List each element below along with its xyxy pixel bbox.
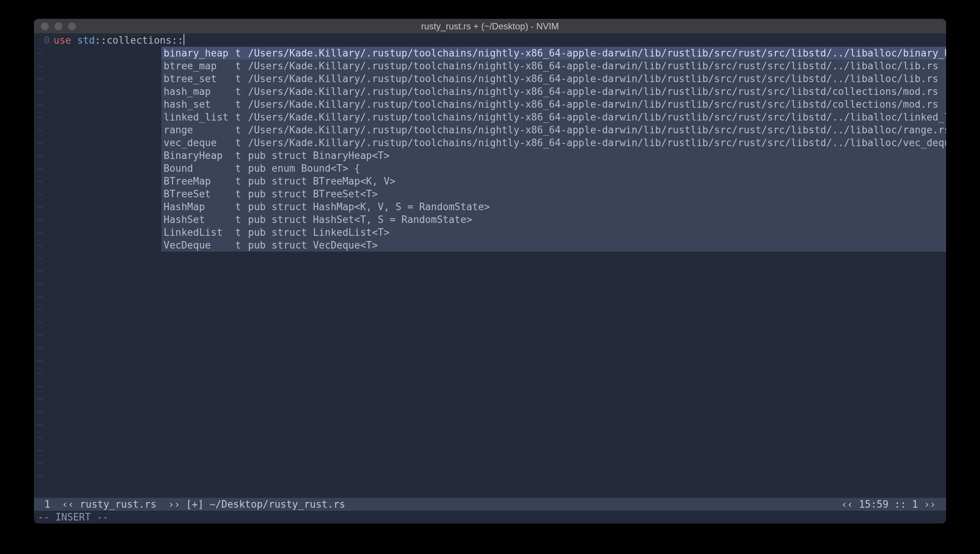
tilde-marker: ~ xyxy=(37,175,43,188)
titlebar[interactable]: rusty_rust.rs + (~/Desktop) - NVIM xyxy=(34,19,946,34)
completion-kind: t xyxy=(235,213,248,226)
tilde-marker: ~ xyxy=(37,136,43,149)
tilde-marker: ~ xyxy=(37,444,43,457)
tilde-marker: ~ xyxy=(37,341,43,354)
completion-item[interactable]: linked_listt/Users/Kade.Killary/.rustup/… xyxy=(161,111,946,124)
completion-item[interactable]: btree_sett/Users/Kade.Killary/.rustup/to… xyxy=(161,72,946,85)
completion-name: Bound xyxy=(164,162,235,175)
completion-detail: /Users/Kade.Killary/.rustup/toolchains/n… xyxy=(248,111,946,124)
completion-name: hash_map xyxy=(164,85,235,98)
tilde-marker: ~ xyxy=(37,201,43,213)
tilde-marker: ~ xyxy=(37,85,43,98)
window-title: rusty_rust.rs + (~/Desktop) - NVIM xyxy=(34,20,946,33)
completion-name: linked_list xyxy=(164,111,235,124)
completion-item[interactable]: btree_mapt/Users/Kade.Killary/.rustup/to… xyxy=(161,59,946,72)
completion-name: VecDeque xyxy=(164,239,235,252)
terminal-window: rusty_rust.rs + (~/Desktop) - NVIM 0 use… xyxy=(34,19,946,524)
tilde-marker: ~ xyxy=(37,457,43,469)
completion-kind: t xyxy=(235,59,248,72)
completion-item[interactable]: hash_mapt/Users/Kade.Killary/.rustup/too… xyxy=(161,85,946,98)
completion-item[interactable]: VecDequetpub struct VecDeque<T> xyxy=(161,239,946,252)
tilde-marker: ~ xyxy=(37,277,43,290)
completion-item[interactable]: HashSettpub struct HashSet<T, S = Random… xyxy=(161,213,946,226)
ident-std: std xyxy=(77,34,95,47)
completion-detail: pub struct HashMap<K, V, S = RandomState… xyxy=(248,201,490,213)
completion-item[interactable]: BTreeMaptpub struct BTreeMap<K, V> xyxy=(161,175,946,188)
completion-kind: t xyxy=(235,98,248,111)
completion-item[interactable]: binary_heapt/Users/Kade.Killary/.rustup/… xyxy=(161,47,946,59)
completion-detail: /Users/Kade.Killary/.rustup/toolchains/n… xyxy=(248,85,938,98)
editor-area[interactable]: 0 use std::collections:: ~~~~~~~~~~~~~~~… xyxy=(34,34,946,524)
completion-kind: t xyxy=(235,201,248,213)
status-left: 1 ‹‹ rusty_rust.rs ›› [+] ~/Desktop/rust… xyxy=(38,498,345,511)
mode-line: -- INSERT -- xyxy=(34,511,946,524)
completion-kind: t xyxy=(235,72,248,85)
tilde-marker: ~ xyxy=(37,431,43,444)
completion-detail: pub struct BTreeMap<K, V> xyxy=(248,175,396,188)
tilde-marker: ~ xyxy=(37,315,43,328)
code-line-0[interactable]: 0 use std::collections:: xyxy=(34,34,946,47)
completion-detail: pub struct BinaryHeap<T> xyxy=(248,149,390,162)
tilde-marker: ~ xyxy=(37,47,43,59)
completion-item[interactable]: hash_sett/Users/Kade.Killary/.rustup/too… xyxy=(161,98,946,111)
tilde-marker: ~ xyxy=(37,469,43,482)
tilde-marker: ~ xyxy=(37,124,43,136)
completion-detail: pub struct HashSet<T, S = RandomState> xyxy=(248,213,472,226)
completion-kind: t xyxy=(235,47,248,59)
tilde-marker: ~ xyxy=(37,252,43,264)
tilde-marker: ~ xyxy=(37,162,43,175)
tilde-marker: ~ xyxy=(37,418,43,431)
completion-item[interactable]: ranget/Users/Kade.Killary/.rustup/toolch… xyxy=(161,124,946,136)
completion-name: btree_set xyxy=(164,72,235,85)
completion-name: HashMap xyxy=(164,201,235,213)
completion-item[interactable]: Boundtpub enum Bound<T> { xyxy=(161,162,946,175)
completion-detail: pub struct LinkedList<T> xyxy=(248,226,390,239)
tilde-marker: ~ xyxy=(37,303,43,315)
close-icon[interactable] xyxy=(41,22,49,30)
completion-detail: pub struct BTreeSet<T> xyxy=(248,188,378,201)
completion-detail: /Users/Kade.Killary/.rustup/toolchains/n… xyxy=(248,124,946,136)
completion-name: LinkedList xyxy=(164,226,235,239)
cursor xyxy=(184,34,184,45)
completion-detail: /Users/Kade.Killary/.rustup/toolchains/n… xyxy=(248,47,946,59)
completion-kind: t xyxy=(235,162,248,175)
completion-name: vec_deque xyxy=(164,136,235,149)
keyword-use: use xyxy=(54,34,71,47)
traffic-lights xyxy=(34,22,76,30)
punct-colons2: :: xyxy=(171,34,183,47)
completion-popup[interactable]: binary_heapt/Users/Kade.Killary/.rustup/… xyxy=(161,47,946,252)
minimize-icon[interactable] xyxy=(54,22,62,30)
completion-kind: t xyxy=(235,188,248,201)
completion-name: HashSet xyxy=(164,213,235,226)
status-line: 1 ‹‹ rusty_rust.rs ›› [+] ~/Desktop/rust… xyxy=(34,498,946,511)
completion-name: BTreeMap xyxy=(164,175,235,188)
completion-detail: pub enum Bound<T> { xyxy=(248,162,360,175)
completion-item[interactable]: BTreeSettpub struct BTreeSet<T> xyxy=(161,188,946,201)
completion-name: binary_heap xyxy=(164,47,235,59)
tilde-marker: ~ xyxy=(37,239,43,252)
status-right: ‹‹ 15:59 :: 1 ›› xyxy=(841,498,942,511)
tilde-marker: ~ xyxy=(37,98,43,111)
zoom-icon[interactable] xyxy=(68,22,76,30)
completion-item[interactable]: LinkedListtpub struct LinkedList<T> xyxy=(161,226,946,239)
completion-kind: t xyxy=(235,111,248,124)
tilde-marker: ~ xyxy=(37,264,43,277)
completion-item[interactable]: vec_dequet/Users/Kade.Killary/.rustup/to… xyxy=(161,136,946,149)
tilde-marker: ~ xyxy=(37,392,43,405)
tilde-marker: ~ xyxy=(37,354,43,367)
completion-kind: t xyxy=(235,175,248,188)
tilde-marker: ~ xyxy=(37,111,43,124)
completion-item[interactable]: BinaryHeaptpub struct BinaryHeap<T> xyxy=(161,149,946,162)
completion-detail: pub struct VecDeque<T> xyxy=(248,239,378,252)
empty-line-markers: ~~~~~~~~~~~~~~~~~~~~~~~~~~~~~~~~~~ xyxy=(37,47,43,482)
completion-name: hash_set xyxy=(164,98,235,111)
tilde-marker: ~ xyxy=(37,367,43,380)
completion-kind: t xyxy=(235,136,248,149)
completion-detail: /Users/Kade.Killary/.rustup/toolchains/n… xyxy=(248,72,938,85)
completion-name: BinaryHeap xyxy=(164,149,235,162)
completion-detail: /Users/Kade.Killary/.rustup/toolchains/n… xyxy=(248,59,938,72)
completion-item[interactable]: HashMaptpub struct HashMap<K, V, S = Ran… xyxy=(161,201,946,213)
tilde-marker: ~ xyxy=(37,290,43,303)
completion-kind: t xyxy=(235,239,248,252)
tilde-marker: ~ xyxy=(37,405,43,418)
